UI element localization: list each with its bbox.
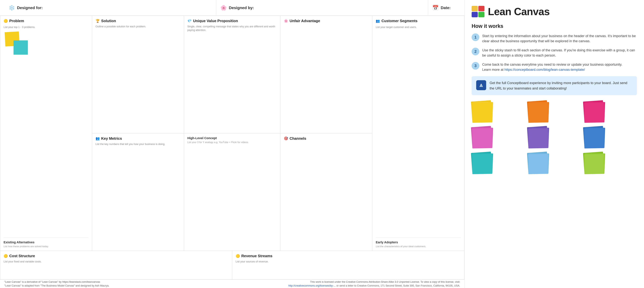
problem-cell[interactable]: 🟡 Problem List your top 1 - 3 problems. …: [0, 16, 92, 251]
collab-icon: [476, 80, 486, 90]
revenue-header: 🟡 Revenue Streams: [236, 254, 461, 258]
sticky-palette: [472, 101, 637, 175]
cost-title: Cost Structure: [9, 254, 35, 258]
channels-title: Channels: [290, 136, 306, 141]
sticky-green-3: [584, 154, 604, 174]
sticky-pink-stack[interactable]: [584, 101, 606, 124]
sticky-lightblue-stack[interactable]: [528, 152, 550, 175]
canvas-main-grid: 🟡 Problem List your top 1 - 3 problems. …: [0, 16, 464, 251]
app-title: Lean Canvas: [488, 6, 550, 18]
unfair-channels-col: 🌸 Unfair Advantage 🎯 Channels: [280, 16, 372, 251]
footer-left-line1: "Lean Canvas" is a derivative of "Lean C…: [4, 280, 109, 284]
key-metrics-title: Key Metrics: [101, 136, 122, 141]
existing-alt-section: Existing Alternatives List how these pro…: [4, 237, 88, 248]
customer-title: Customer Segments: [382, 19, 418, 23]
sticky-yellow-stack[interactable]: [472, 101, 494, 124]
high-level-label: High-Level Concept: [187, 136, 277, 140]
key-metrics-cell[interactable]: 👥 Key Metrics List the key numbers that …: [92, 133, 184, 251]
customer-cell[interactable]: 👥 Customer Segments List your target cus…: [372, 16, 464, 251]
channels-cell[interactable]: 🎯 Channels: [280, 133, 372, 251]
logo-cell-yellow: [472, 6, 478, 11]
step-1: 1 Start by entering the information abou…: [472, 33, 637, 44]
sticky-blue-3: [584, 128, 604, 148]
designed-by-icon: 🌸: [220, 5, 227, 11]
logo-cell-green: [478, 12, 484, 17]
early-adopters-section: Early Adopters List the characteristics …: [376, 237, 461, 248]
step-3-num: 3: [472, 62, 479, 70]
high-level-sub: List your 3 for Y analogy e.g. YouTube =…: [187, 141, 277, 144]
solution-title: Solution: [101, 19, 116, 23]
revenue-title: Revenue Streams: [242, 254, 272, 258]
footer-left: "Lean Canvas" is a derivative of "Lean C…: [4, 280, 109, 288]
customer-header: 👥 Customer Segments: [376, 19, 461, 23]
uvp-header: 💎 Unique Value Proposition: [187, 19, 277, 23]
channels-header: 🎯 Channels: [284, 136, 369, 141]
designed-by-label: Designed by:: [229, 6, 254, 10]
problem-title: Problem: [9, 19, 24, 23]
sticky-lightpurple-stack[interactable]: [472, 127, 494, 149]
sticky-cyan-canvas: [14, 40, 31, 58]
cost-structure-cell[interactable]: 🟡 Cost Structure List your fixed and var…: [0, 251, 232, 279]
sticky-cyan-3: [472, 154, 492, 174]
step-2-num: 2: [472, 48, 479, 55]
sticky-purple-stack[interactable]: [528, 127, 550, 149]
sticky-lightpurple-3: [472, 128, 492, 148]
footer: "Lean Canvas" is a derivative of "Lean C…: [0, 279, 464, 288]
step-1-num: 1: [472, 33, 479, 41]
channels-icon: 🎯: [284, 136, 288, 140]
key-metrics-header: 👥 Key Metrics: [96, 136, 180, 141]
customer-icon: 👥: [376, 19, 380, 23]
sticky-green-stack[interactable]: [584, 152, 606, 175]
solution-header: 🏆 Solution: [96, 19, 180, 23]
app-logo: [472, 6, 484, 17]
svg-rect-1: [480, 85, 482, 87]
sticky-orange-stack[interactable]: [528, 101, 550, 124]
footer-right: This work is licensed under the Creative…: [288, 280, 460, 288]
sticky-purple-3: [528, 128, 548, 148]
existing-alt-label: Existing Alternatives: [4, 240, 88, 244]
bottom-row: 🟡 Cost Structure List your fixed and var…: [0, 251, 464, 279]
learn-more-link[interactable]: https://conceptboard.com/blog/lean-canva…: [504, 68, 585, 72]
collab-box: Get the full Conceptboard experience by …: [472, 76, 637, 95]
step-2-text: Use the sticky stash to fill each sectio…: [482, 48, 637, 58]
sticky-pink-3: [584, 103, 604, 123]
sticky-orange-3: [528, 103, 548, 123]
learn-more-text: Learn more at: [482, 68, 504, 72]
collab-text: Get the full Conceptboard experience by …: [490, 80, 632, 91]
canvas-area: 🟡 Problem List your top 1 - 3 problems. …: [0, 16, 464, 279]
key-metrics-icon: 👥: [96, 136, 100, 140]
footer-right-rest: or send a letter to Creative Commons, 17…: [336, 284, 460, 287]
designed-for-label: Designed for:: [17, 6, 43, 10]
footer-right-link[interactable]: http://creativecommons.org/licenses/by-.…: [288, 284, 336, 287]
sticky-yellow-3: [472, 103, 492, 123]
solution-cell[interactable]: 🏆 Solution Outline a possible solution f…: [92, 16, 184, 133]
step-1-text: Start by entering the information about …: [482, 33, 637, 44]
early-adopters-label: Early Adopters: [376, 240, 461, 244]
footer-right-line2: http://creativecommons.org/licenses/by-.…: [288, 284, 460, 288]
solution-subtitle: Outline a possible solution for each pro…: [96, 25, 180, 29]
unfair-cell[interactable]: 🌸 Unfair Advantage: [280, 16, 372, 133]
uvp-cell[interactable]: 💎 Unique Value Proposition Single, clear…: [184, 16, 280, 133]
problem-subtitle: List your top 1 - 3 problems.: [4, 26, 88, 29]
how-it-works-title: How it works: [472, 23, 637, 29]
customer-subtitle: List your target customer and users.: [376, 26, 461, 29]
designed-by-section: 🌸 Designed by:: [216, 0, 428, 16]
sticky-cyan-stack[interactable]: [472, 152, 494, 175]
footer-right-line1: This work is licensed under the Creative…: [288, 280, 460, 284]
sticky-blue-stack[interactable]: [584, 127, 606, 149]
key-metrics-subtitle: List the key numbers that tell you how y…: [96, 142, 180, 146]
right-panel: Lean Canvas How it works 1 Start by ente…: [464, 0, 644, 288]
revenue-icon: 🟡: [236, 254, 240, 258]
problem-header: 🟡 Problem: [4, 19, 88, 23]
designed-for-icon: ❄️: [8, 5, 15, 11]
solution-icon: 🏆: [96, 19, 100, 23]
revenue-streams-cell[interactable]: 🟡 Revenue Streams List your sources of r…: [232, 251, 464, 279]
date-icon: 📅: [432, 5, 439, 11]
solution-keymetrics-col: 🏆 Solution Outline a possible solution f…: [92, 16, 184, 251]
high-level-cell[interactable]: High-Level Concept List your 3 for Y ana…: [184, 133, 280, 251]
sticky-c1: [14, 40, 28, 55]
revenue-subtitle: List your sources of revenue.: [236, 260, 461, 263]
early-adopters-sub: List the characteristics of your ideal c…: [376, 245, 461, 248]
problem-icon: 🟡: [4, 19, 8, 23]
date-label: Date:: [441, 6, 451, 10]
